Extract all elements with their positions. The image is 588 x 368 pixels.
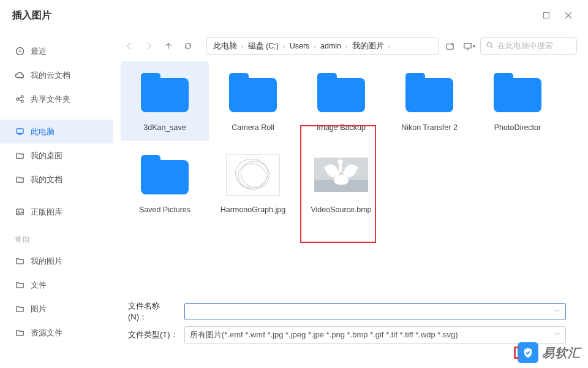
crumb[interactable]: 磁盘 (C:) xyxy=(247,41,280,52)
sidebar-item-desktop[interactable]: 我的桌面 xyxy=(0,144,113,167)
sidebar-item-label: 正版图库 xyxy=(31,207,62,218)
file-name: PhotoDirector xyxy=(494,123,541,132)
folder-icon xyxy=(314,69,368,117)
search-input[interactable] xyxy=(497,42,571,50)
crumb[interactable]: Users xyxy=(288,42,311,50)
filename-input[interactable] xyxy=(190,307,554,316)
folder-item[interactable]: Saved Pictures xyxy=(121,144,209,223)
folder-item[interactable]: Camera Roll xyxy=(209,61,297,141)
filetype-label: 文件类型(T)： xyxy=(128,329,178,340)
folder-icon xyxy=(15,280,24,290)
monitor-icon xyxy=(15,127,24,137)
folder-item[interactable]: Image Backup xyxy=(297,61,385,141)
filetype-value: 所有图片(*.emf *.wmf *.jpg *.jpeg *.jpe *.pn… xyxy=(190,329,458,340)
sidebar-item-label: 我的云文档 xyxy=(31,70,70,81)
sidebar-item-resources[interactable]: 资源文件 xyxy=(0,321,113,345)
folder-icon xyxy=(15,151,24,161)
watermark-text: 易软汇 xyxy=(542,345,581,361)
file-name: Saved Pictures xyxy=(139,205,190,215)
file-name: HarmonoGraph.jpg xyxy=(221,205,285,215)
folder-icon xyxy=(15,304,24,314)
chevron-right-icon: › xyxy=(385,42,394,50)
folder-icon xyxy=(402,69,456,117)
chevron-right-icon: › xyxy=(311,42,319,50)
folder-icon xyxy=(15,328,24,338)
share-icon xyxy=(15,94,24,104)
sidebar-item-recent[interactable]: 最近 xyxy=(0,39,113,63)
folder-icon xyxy=(138,151,192,199)
sidebar-item-mypictures[interactable]: 我的图片 xyxy=(0,249,113,273)
crumb[interactable]: 我的图片 xyxy=(351,41,385,52)
filename-input-wrap[interactable]: ﹀ xyxy=(184,303,566,320)
watermark-icon xyxy=(518,342,538,363)
chevron-right-icon: › xyxy=(342,42,351,50)
file-grid: 3dKan_saveCamera RollImage BackupNikon T… xyxy=(121,61,577,296)
nav-back-button[interactable] xyxy=(121,37,138,55)
sidebar-item-gallery[interactable]: 正版图库 xyxy=(0,200,113,224)
crumb[interactable]: 此电脑 xyxy=(212,41,238,52)
search-box[interactable] xyxy=(480,37,577,55)
folder-item[interactable]: Nikon Transfer 2 xyxy=(385,61,473,141)
sidebar-item-label: 图片 xyxy=(31,304,47,315)
sidebar: 最近 我的云文档 共享文件夹 此电脑 我的桌面 我的文档 正版图库 常用 xyxy=(0,31,113,356)
chevron-down-icon[interactable]: ﹀ xyxy=(554,331,560,339)
filename-label: 文件名称(N)： xyxy=(128,301,178,323)
svg-rect-0 xyxy=(544,13,549,18)
nav-up-button[interactable] xyxy=(160,37,177,55)
sidebar-item-label: 我的文档 xyxy=(31,174,62,185)
view-mode-button[interactable]: ▾ xyxy=(461,37,478,55)
image-thumbnail xyxy=(226,151,280,199)
svg-point-2 xyxy=(16,98,18,101)
svg-point-3 xyxy=(21,96,23,98)
filetype-select[interactable]: 所有图片(*.emf *.wmf *.jpg *.jpeg *.jpe *.pn… xyxy=(184,326,566,343)
image-thumbnail xyxy=(314,151,368,199)
sidebar-item-cloud[interactable]: 我的云文档 xyxy=(0,63,113,87)
gallery-icon xyxy=(15,207,24,217)
folder-icon xyxy=(138,69,192,117)
svg-point-4 xyxy=(21,100,23,102)
nav-forward-button[interactable] xyxy=(140,37,157,55)
chevron-right-icon: › xyxy=(280,42,288,50)
sidebar-item-documents[interactable]: 我的文档 xyxy=(0,167,113,191)
sidebar-item-thispc[interactable]: 此电脑 xyxy=(0,120,113,144)
sidebar-item-label: 此电脑 xyxy=(31,126,55,137)
file-item[interactable]: VideoSource.bmp xyxy=(297,144,385,223)
sidebar-item-shared[interactable]: 共享文件夹 xyxy=(0,87,113,111)
folder-item[interactable]: PhotoDirector xyxy=(473,61,562,141)
new-folder-button[interactable] xyxy=(441,37,458,55)
file-name: Nikon Transfer 2 xyxy=(401,123,458,132)
file-name: Camera Roll xyxy=(232,123,274,132)
folder-icon xyxy=(491,69,545,117)
clock-icon xyxy=(15,47,24,56)
search-icon xyxy=(486,40,494,52)
window-title: 插入图片 xyxy=(12,9,51,22)
bottom-panel: 文件名称(N)： ﹀ 文件类型(T)： 所有图片(*.emf *.wmf *.j… xyxy=(121,296,577,356)
svg-rect-5 xyxy=(16,129,23,134)
folder-icon xyxy=(15,175,24,185)
file-name: Image Backup xyxy=(317,123,366,132)
maximize-button[interactable] xyxy=(535,4,557,26)
sidebar-item-label: 我的桌面 xyxy=(31,150,62,161)
watermark: 易软汇 xyxy=(518,342,581,363)
refresh-button[interactable] xyxy=(179,37,197,55)
chevron-right-icon: › xyxy=(238,42,247,50)
cloud-icon xyxy=(15,71,24,80)
sidebar-item-files[interactable]: 文件 xyxy=(0,273,113,297)
file-item[interactable]: HarmonoGraph.jpg xyxy=(209,144,297,223)
sidebar-item-label: 资源文件 xyxy=(31,328,62,339)
sidebar-section-common: 常用 xyxy=(0,224,113,249)
svg-point-10 xyxy=(487,42,491,47)
sidebar-item-pictures[interactable]: 图片 xyxy=(0,297,113,321)
breadcrumb[interactable]: 此电脑› 磁盘 (C:)› Users› admin› 我的图片› xyxy=(206,37,439,55)
crumb[interactable]: admin xyxy=(319,42,342,50)
sidebar-item-label: 共享文件夹 xyxy=(31,94,70,105)
file-name: 3dKan_save xyxy=(143,123,186,132)
chevron-down-icon[interactable]: ﹀ xyxy=(554,307,560,316)
sidebar-item-label: 最近 xyxy=(31,46,47,57)
close-button[interactable] xyxy=(557,4,579,26)
folder-icon xyxy=(15,256,24,266)
folder-item[interactable]: 3dKan_save xyxy=(121,61,209,141)
svg-rect-9 xyxy=(464,43,471,48)
sidebar-item-label: 文件 xyxy=(31,280,47,291)
folder-icon xyxy=(226,69,280,117)
